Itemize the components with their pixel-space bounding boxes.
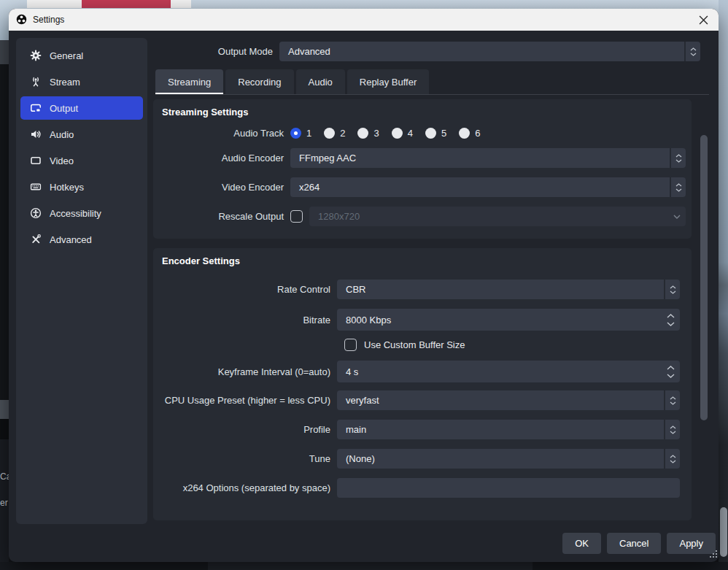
tab-content: Streaming Settings Audio Track 1 2 [153, 99, 692, 520]
profile-value: main [337, 424, 664, 435]
sidebar-item-accessibility[interactable]: Accessibility [20, 201, 143, 225]
sidebar-item-stream[interactable]: Stream [20, 70, 143, 93]
antenna-icon [30, 76, 42, 88]
audio-track-radio-group: 1 2 3 4 [290, 128, 480, 139]
audio-track-option-4[interactable]: 4 [392, 128, 413, 139]
tune-value: (None) [337, 453, 664, 464]
background-scrollbar-fragment [720, 507, 727, 557]
cpu-preset-select[interactable]: veryfast [337, 390, 680, 410]
audio-encoder-value: FFmpeg AAC [290, 153, 670, 163]
keyframe-interval-row: Keyframe Interval (0=auto) 4 s [162, 361, 686, 382]
spinner-arrows-icon[interactable] [664, 390, 680, 410]
keyframe-interval-spinbox[interactable]: 4 s [337, 361, 680, 382]
spinner-arrows-icon[interactable] [664, 420, 680, 439]
settings-window: Settings [9, 9, 719, 562]
content-scrollbar[interactable] [700, 135, 708, 420]
video-encoder-row: Video Encoder x264 [162, 177, 686, 197]
tab-audio[interactable]: Audio [296, 69, 345, 94]
output-icon [30, 102, 42, 114]
radio-label: 6 [475, 128, 480, 139]
rate-control-value: CBR [337, 284, 664, 295]
cancel-button[interactable]: Cancel [607, 533, 661, 554]
audio-encoder-label: Audio Encoder [162, 153, 290, 163]
bitrate-label: Bitrate [162, 315, 337, 326]
x264-options-label: x264 Options (separated by space) [162, 482, 337, 493]
stepper-arrows-icon[interactable] [661, 309, 680, 331]
radio-checked-icon[interactable] [290, 128, 301, 139]
sidebar-item-label: Accessibility [50, 208, 101, 219]
main-pane: Output Mode Advanced Streaming Recording… [153, 38, 709, 530]
background-red-bar [82, 0, 171, 8]
radio-icon[interactable] [357, 128, 368, 139]
rate-control-label: Rate Control [162, 284, 337, 295]
x264-options-input[interactable] [337, 478, 680, 498]
encoder-settings-title: Encoder Settings [162, 255, 686, 266]
radio-label: 1 [306, 128, 311, 139]
audio-track-option-1[interactable]: 1 [290, 128, 311, 139]
output-mode-label: Output Mode [153, 46, 279, 57]
custom-buffer-row: Use Custom Buffer Size [344, 339, 686, 351]
output-mode-select[interactable]: Advanced [279, 42, 700, 61]
rate-control-row: Rate Control CBR [162, 280, 686, 299]
sidebar-item-audio[interactable]: Audio [20, 123, 143, 146]
video-encoder-value: x264 [290, 182, 670, 193]
custom-buffer-checkbox[interactable] [344, 339, 357, 351]
ok-button[interactable]: OK [562, 533, 601, 554]
radio-icon[interactable] [392, 128, 403, 139]
keyframe-interval-label: Keyframe Interval (0=auto) [162, 366, 337, 377]
accessibility-icon [30, 207, 42, 219]
bitrate-value: 8000 Kbps [337, 315, 661, 326]
tools-icon [30, 234, 42, 245]
resize-grip[interactable] [709, 548, 718, 561]
audio-encoder-select[interactable]: FFmpeg AAC [290, 148, 686, 168]
spinner-arrows-icon[interactable] [684, 42, 700, 61]
titlebar[interactable]: Settings [9, 9, 719, 31]
radio-icon[interactable] [425, 128, 436, 139]
sidebar-item-label: Advanced [50, 234, 92, 245]
video-encoder-select[interactable]: x264 [290, 177, 686, 197]
spinner-arrows-icon[interactable] [670, 177, 686, 197]
profile-row: Profile main [162, 420, 686, 439]
audio-encoder-row: Audio Encoder FFmpeg AAC [162, 148, 686, 168]
bitrate-row: Bitrate 8000 Kbps [162, 309, 686, 331]
tune-select[interactable]: (None) [337, 449, 680, 469]
sidebar-item-video[interactable]: Video [20, 149, 143, 172]
audio-track-option-2[interactable]: 2 [324, 128, 345, 139]
radio-label: 3 [373, 128, 379, 139]
rescale-output-checkbox[interactable] [290, 210, 303, 223]
background-left-fragment [0, 40, 9, 64]
stepper-arrows-icon[interactable] [661, 361, 680, 382]
spinner-arrows-icon[interactable] [670, 148, 686, 168]
rescale-resolution-value: 1280x720 [309, 211, 668, 222]
keyframe-interval-value: 4 s [337, 366, 661, 377]
bitrate-spinbox[interactable]: 8000 Kbps [337, 309, 680, 331]
radio-icon[interactable] [459, 128, 470, 139]
rate-control-select[interactable]: CBR [337, 280, 680, 299]
spinner-arrows-icon[interactable] [664, 449, 680, 469]
radio-icon[interactable] [324, 128, 335, 139]
rescale-output-label: Rescale Output [162, 211, 290, 222]
spinner-arrows-icon[interactable] [664, 280, 680, 299]
sidebar-item-hotkeys[interactable]: Hotkeys [20, 175, 143, 199]
chevron-down-icon[interactable] [668, 207, 686, 226]
sidebar-item-label: Video [50, 155, 74, 166]
obs-logo-icon [16, 14, 28, 26]
cpu-preset-row: CPU Usage Preset (higher = less CPU) ver… [162, 390, 686, 410]
sidebar-item-advanced[interactable]: Advanced [20, 228, 143, 251]
custom-buffer-label: Use Custom Buffer Size [364, 339, 465, 350]
audio-track-option-6[interactable]: 6 [459, 128, 480, 139]
audio-track-row: Audio Track 1 2 [162, 125, 686, 141]
close-button[interactable] [688, 9, 719, 31]
background-left-fragment [0, 419, 9, 439]
tab-replay-buffer[interactable]: Replay Buffer [347, 69, 430, 94]
audio-track-option-3[interactable]: 3 [357, 128, 379, 139]
sidebar-item-output[interactable]: Output [20, 96, 143, 120]
rescale-resolution-select[interactable]: 1280x720 [309, 207, 686, 226]
sidebar-item-general[interactable]: General [20, 44, 143, 67]
tab-streaming[interactable]: Streaming [155, 69, 223, 94]
audio-track-option-5[interactable]: 5 [425, 128, 446, 139]
tab-recording[interactable]: Recording [225, 69, 293, 94]
profile-label: Profile [162, 424, 337, 435]
sidebar-item-label: Stream [50, 77, 80, 88]
profile-select[interactable]: main [337, 420, 680, 439]
